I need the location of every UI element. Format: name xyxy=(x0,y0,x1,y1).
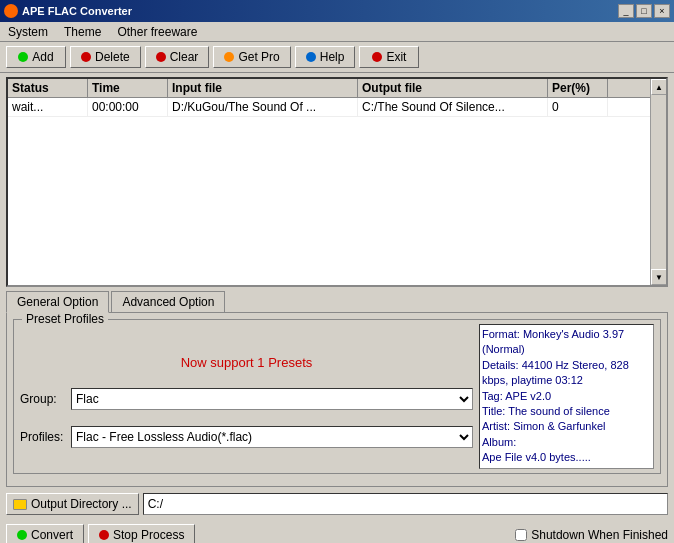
preset-group-label: Preset Profiles xyxy=(22,312,108,326)
tab-advanced[interactable]: Advanced Option xyxy=(111,291,225,312)
help-icon xyxy=(306,52,316,62)
delete-icon xyxy=(81,52,91,62)
title-text: APE FLAC Converter xyxy=(22,5,132,17)
clear-button[interactable]: Clear xyxy=(145,46,210,68)
cell-input: D:/KuGou/The Sound Of ... xyxy=(168,98,358,116)
output-dir-bar: Output Directory ... xyxy=(6,490,668,518)
scrollbar[interactable]: ▲ ▼ xyxy=(650,79,666,285)
file-list-header: Status Time Input file Output file Per(%… xyxy=(8,79,666,98)
title-bar-controls: _ □ × xyxy=(618,4,670,18)
clear-icon xyxy=(156,52,166,62)
toolbar: Add Delete Clear Get Pro Help Exit xyxy=(0,42,674,73)
header-status: Status xyxy=(8,79,88,97)
cell-output: C:/The Sound Of Silence... xyxy=(358,98,548,116)
preset-content: Now support 1 Presets Group: Flac Profil… xyxy=(20,324,654,469)
table-row: wait... 00:00:00 D:/KuGou/The Sound Of .… xyxy=(8,98,666,117)
tab-content: Preset Profiles Now support 1 Presets Gr… xyxy=(6,312,668,487)
exit-button[interactable]: Exit xyxy=(359,46,419,68)
scroll-down-button[interactable]: ▼ xyxy=(651,269,667,285)
header-per: Per(%) xyxy=(548,79,608,97)
title-bar-text: APE FLAC Converter xyxy=(4,4,132,18)
tabs-container: General Option Advanced Option Preset Pr… xyxy=(6,291,668,487)
title-bar: APE FLAC Converter _ □ × xyxy=(0,0,674,22)
get-pro-button[interactable]: Get Pro xyxy=(213,46,290,68)
profiles-row: Profiles: Flac - Free Lossless Audio(*.f… xyxy=(20,426,473,448)
close-button[interactable]: × xyxy=(654,4,670,18)
preset-info-text: Format: Monkey's Audio 3.97 (Normal)Deta… xyxy=(482,328,629,463)
convert-icon xyxy=(17,530,27,540)
convert-button[interactable]: Convert xyxy=(6,524,84,543)
menu-system[interactable]: System xyxy=(4,24,52,40)
menu-other[interactable]: Other freeware xyxy=(113,24,201,40)
preset-support-text: Now support 1 Presets xyxy=(20,355,473,370)
scroll-up-button[interactable]: ▲ xyxy=(651,79,667,95)
bottom-toolbar: Convert Stop Process Shutdown When Finis… xyxy=(6,521,668,543)
tab-general[interactable]: General Option xyxy=(6,291,109,313)
stop-icon xyxy=(99,530,109,540)
delete-button[interactable]: Delete xyxy=(70,46,141,68)
profiles-select[interactable]: Flac - Free Lossless Audio(*.flac) xyxy=(71,426,473,448)
shutdown-row: Shutdown When Finished xyxy=(515,528,668,542)
group-label: Group: xyxy=(20,392,65,406)
stop-button[interactable]: Stop Process xyxy=(88,524,195,543)
tabs-row: General Option Advanced Option xyxy=(6,291,668,312)
group-select[interactable]: Flac xyxy=(71,388,473,410)
menu-bar: System Theme Other freeware xyxy=(0,22,674,42)
folder-icon xyxy=(13,499,27,510)
preset-info: Format: Monkey's Audio 3.97 (Normal)Deta… xyxy=(479,324,654,469)
app-icon xyxy=(4,4,18,18)
menu-theme[interactable]: Theme xyxy=(60,24,105,40)
shutdown-label: Shutdown When Finished xyxy=(531,528,668,542)
cell-per: 0 xyxy=(548,98,608,116)
output-dir-button[interactable]: Output Directory ... xyxy=(6,493,139,515)
add-button[interactable]: Add xyxy=(6,46,66,68)
exit-icon xyxy=(372,52,382,62)
preset-profiles-group: Preset Profiles Now support 1 Presets Gr… xyxy=(13,319,661,474)
preset-left: Now support 1 Presets Group: Flac Profil… xyxy=(20,324,473,469)
header-output: Output file xyxy=(358,79,548,97)
profiles-label: Profiles: xyxy=(20,430,65,444)
cell-status: wait... xyxy=(8,98,88,116)
header-input: Input file xyxy=(168,79,358,97)
maximize-button[interactable]: □ xyxy=(636,4,652,18)
output-dir-input[interactable] xyxy=(143,493,668,515)
header-time: Time xyxy=(88,79,168,97)
file-list-container: Status Time Input file Output file Per(%… xyxy=(6,77,668,287)
get-pro-icon xyxy=(224,52,234,62)
scroll-track xyxy=(651,95,666,269)
minimize-button[interactable]: _ xyxy=(618,4,634,18)
add-icon xyxy=(18,52,28,62)
help-button[interactable]: Help xyxy=(295,46,356,68)
cell-time: 00:00:00 xyxy=(88,98,168,116)
bottom-left: Convert Stop Process xyxy=(6,524,195,543)
shutdown-checkbox[interactable] xyxy=(515,529,527,541)
group-row: Group: Flac xyxy=(20,388,473,410)
